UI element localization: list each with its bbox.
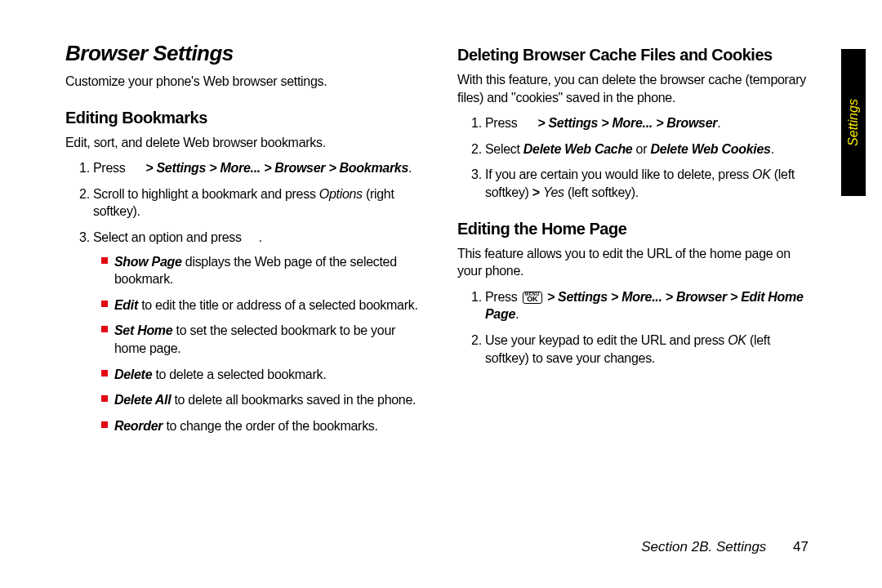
cache-intro: With this feature, you can delete the br… [457, 71, 817, 106]
homepage-intro: This feature allows you to edit the URL … [457, 245, 817, 280]
step-2: Scroll to highlight a bookmark and press… [93, 185, 425, 220]
intro-text: Customize your phone's Web browser setti… [65, 73, 425, 91]
manual-page: Settings Browser Settings Customize your… [0, 0, 882, 588]
opt-show-page: Show Page displays the Web page of the s… [114, 253, 425, 288]
opt-edit: Edit to edit the title or address of a s… [114, 296, 425, 314]
side-tab-label: Settings [846, 99, 861, 146]
heading-delete-cache: Deleting Browser Cache Files and Cookies [457, 46, 817, 65]
heading-editing-bookmarks: Editing Bookmarks [65, 109, 425, 127]
opt-reorder: Reorder to change the order of the bookm… [114, 417, 425, 435]
right-column: Deleting Browser Cache Files and Cookies… [457, 41, 817, 443]
step-3: Select an option and press . Show Page d… [93, 229, 425, 434]
homepage-step-1: Press MENUOK > Settings > More... > Brow… [485, 288, 817, 323]
ok-key-icon: MENUOK [523, 292, 542, 305]
opt-delete: Delete to delete a selected bookmark. [114, 366, 425, 384]
side-tab: Settings [841, 49, 866, 196]
content-columns: Browser Settings Customize your phone's … [65, 41, 817, 443]
bookmarks-steps: Press > Settings > More... > Browser > B… [65, 159, 425, 434]
opt-delete-all: Delete All to delete all bookmarks saved… [114, 391, 425, 409]
section-label: Section 2B. Settings [641, 539, 766, 555]
cache-step-2: Select Delete Web Cache or Delete Web Co… [485, 140, 817, 158]
bookmarks-subtext: Edit, sort, and delete Web browser bookm… [65, 134, 425, 152]
page-number: 47 [793, 539, 808, 555]
homepage-steps: Press MENUOK > Settings > More... > Brow… [457, 288, 817, 367]
heading-edit-homepage: Editing the Home Page [457, 220, 817, 238]
step-1: Press > Settings > More... > Browser > B… [93, 159, 425, 177]
page-footer: Section 2B. Settings 47 [641, 539, 808, 555]
homepage-step-2: Use your keypad to edit the URL and pres… [485, 332, 817, 367]
opt-set-home: Set Home to set the selected bookmark to… [114, 322, 425, 357]
cache-step-3: If you are certain you would like to del… [485, 166, 817, 201]
page-title: Browser Settings [65, 41, 425, 66]
cache-steps: Press > Settings > More... > Browser. Se… [457, 114, 817, 201]
cache-step-1: Press > Settings > More... > Browser. [485, 114, 817, 132]
nav-path: > Settings > More... > Browser > Bookmar… [142, 161, 408, 175]
options-list: Show Page displays the Web page of the s… [93, 253, 425, 435]
left-column: Browser Settings Customize your phone's … [65, 41, 425, 443]
